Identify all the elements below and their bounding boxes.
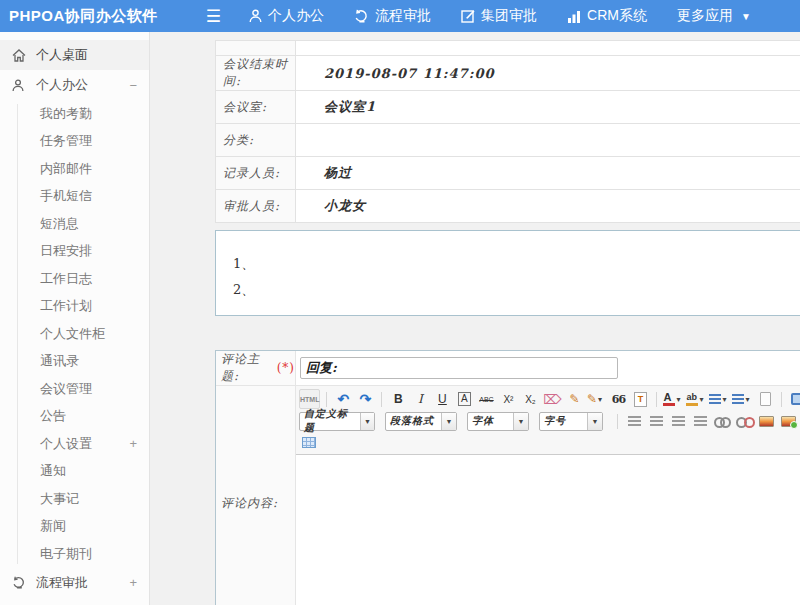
highlight-color-button[interactable]: ab▾ [686,389,707,409]
sidebar-item-announcement[interactable]: 公告 [0,403,149,431]
unlink-icon [736,416,752,426]
redo-button[interactable]: ↷ [355,389,375,409]
italic-button[interactable]: I [410,389,430,409]
comment-subject-label: 评论主题: (*) [216,351,296,385]
history-icon [354,9,369,23]
ordered-list-button[interactable]: ▾ [709,389,730,409]
history-icon [12,576,27,589]
toolbar-divider [381,392,382,407]
sidebar-item-task-management[interactable]: 任务管理 [0,128,149,156]
nav-group-approval[interactable]: 集团审批 [461,7,537,25]
new-page-button[interactable] [755,389,775,409]
align-center-icon [650,416,663,427]
preview-button[interactable] [788,389,800,409]
comment-subject-row: 评论主题: (*) [216,351,800,386]
insert-table-button[interactable] [299,432,319,452]
eraser-button[interactable]: ⌦ [542,389,562,409]
field-value [296,124,800,157]
caret-down-icon: ▾ [745,395,753,404]
underline-button[interactable]: U [432,389,452,409]
sidebar-item-work-diary[interactable]: 工作日志 [0,265,149,293]
align-right-button[interactable] [668,411,688,431]
paragraph-format-select[interactable]: 段落格式▼ [385,412,457,431]
expand-icon[interactable]: + [129,575,137,590]
html-source-button[interactable]: HTML [299,389,320,409]
comment-subject-input[interactable] [300,357,618,379]
custom-heading-select[interactable]: 自定义标题▼ [299,412,375,431]
sidebar-item-mobile-sms[interactable]: 手机短信 [0,183,149,211]
align-left-icon [628,416,641,427]
toolbar-divider [326,392,327,407]
align-center-button[interactable] [646,411,666,431]
sidebar-group-personal-office[interactable]: 个人办公 − [0,70,149,100]
caret-down-icon: ▼ [741,11,751,22]
collapse-icon[interactable]: − [129,78,137,93]
ordered-list-icon [709,394,721,404]
person-icon [249,9,262,23]
remove-link-button[interactable] [734,411,754,431]
align-left-button[interactable] [624,411,644,431]
strikethrough-button[interactable]: ABC [476,389,496,409]
nav-workflow-approval[interactable]: 流程审批 [354,7,431,25]
superscript-button[interactable]: X² [498,389,518,409]
meeting-detail-table: 会议结束时间: 2019-08-07 11:47:00 会议室: 会议室1 分类… [215,40,800,223]
sidebar-item-meeting-management[interactable]: 会议管理 [0,375,149,403]
sidebar-group-workflow-approval[interactable]: 流程审批 + [0,568,149,598]
bold-button[interactable]: B [388,389,408,409]
sidebar-item-personal-files[interactable]: 个人文件柜 [0,320,149,348]
expand-icon[interactable]: + [129,436,137,451]
sidebar-item-e-journal[interactable]: 电子期刊 [0,540,149,568]
sidebar-item-short-message[interactable]: 短消息 [0,210,149,238]
unordered-list-icon [732,394,744,404]
undo-button[interactable]: ↶ [333,389,353,409]
sidebar-item-major-events[interactable]: 大事记 [0,485,149,513]
required-mark: (*) [277,361,295,375]
table-row: 记录人员: 杨过 [216,157,800,190]
upload-image-button[interactable] [778,411,798,431]
editor-content-area[interactable] [296,455,800,605]
nav-personal-office[interactable]: 个人办公 [249,7,324,25]
sidebar-item-personal-settings[interactable]: 个人设置+ [0,430,149,458]
sidebar-item-contacts[interactable]: 通讯录 [0,348,149,376]
table-row: 审批人员: 小龙女 [216,190,800,223]
font-size-select[interactable]: 字号▼ [539,412,603,431]
blockquote-button[interactable]: 66 [608,389,628,409]
nav-more-apps[interactable]: 更多应用 ▼ [677,7,751,25]
meeting-content-box: 1、 2、 [215,230,800,316]
caret-down-icon: ▼ [513,413,528,430]
table-icon [302,437,316,448]
field-label: 记录人员: [216,157,296,190]
caret-down-icon: ▾ [722,395,730,404]
sidebar-item-my-attendance[interactable]: 我的考勤 [0,100,149,128]
font-family-select[interactable]: 字体▼ [467,412,529,431]
unordered-list-button[interactable]: ▾ [732,389,753,409]
main-content: 会议结束时间: 2019-08-07 11:47:00 会议室: 会议室1 分类… [150,32,800,605]
format-painter-button[interactable]: ✎▾ [586,389,606,409]
font-color-button[interactable]: A▾ [663,389,684,409]
sidebar-item-personal-desktop[interactable]: 个人桌面 [0,40,149,70]
font-style-button[interactable]: A [454,389,474,409]
sidebar-item-news[interactable]: 新闻 [0,513,149,541]
paste-from-word-button[interactable]: T [630,389,650,409]
sidebar-item-work-plan[interactable]: 工作计划 [0,293,149,321]
hamburger-menu-icon[interactable]: ☰ [206,8,221,25]
table-row: 会议结束时间: 2019-08-07 11:47:00 [216,56,800,91]
monitor-icon [791,393,800,405]
clean-format-button[interactable]: ✎ [564,389,584,409]
insert-image-button[interactable] [756,411,776,431]
caret-down-icon: ▾ [676,395,684,404]
insert-link-button[interactable] [712,411,732,431]
sidebar-item-schedule[interactable]: 日程安排 [0,238,149,266]
toolbar-divider [617,414,618,429]
sidebar-item-internal-mail[interactable]: 内部邮件 [0,155,149,183]
sidebar-item-notice[interactable]: 通知 [0,458,149,486]
caret-down-icon: ▼ [441,413,456,430]
field-label: 会议室: [216,91,296,124]
subscript-button[interactable]: X₂ [520,389,540,409]
nav-crm-system[interactable]: CRM系统 [567,7,647,25]
caret-down-icon: ▼ [587,413,602,430]
field-value: 会议室1 [296,91,800,124]
justify-button[interactable] [690,411,710,431]
caret-down-icon: ▾ [699,395,707,404]
field-value: 小龙女 [296,190,800,223]
